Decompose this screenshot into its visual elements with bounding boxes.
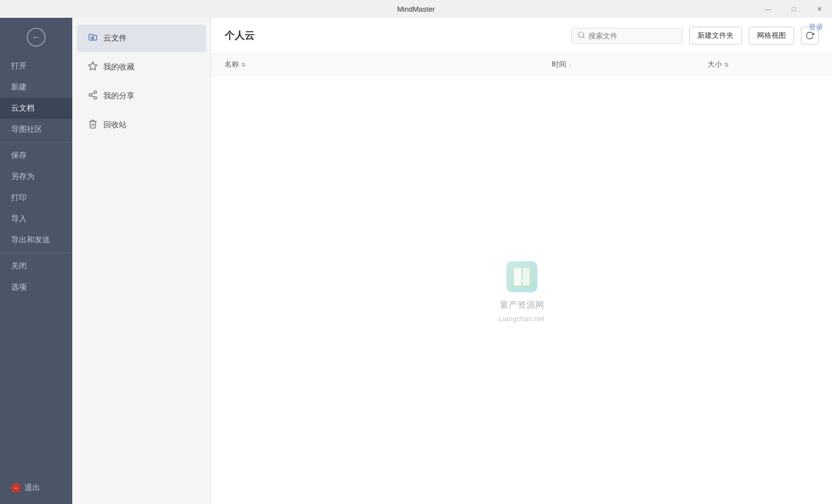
sidebar-item-community[interactable]: 导图社区: [0, 119, 72, 140]
table-header: 名称 ⇅ 时间 ↓ 大小 ⇅: [211, 54, 832, 76]
col-time-header[interactable]: 时间 ↓: [552, 59, 708, 69]
sidebar-item-open[interactable]: 打开: [0, 56, 72, 77]
mid-item-favorites[interactable]: 我的收藏: [77, 53, 206, 81]
sidebar-item-export[interactable]: 导出和发送: [0, 229, 72, 251]
sidebar-divider-2: [0, 253, 72, 253]
main-content: 登录 个人云 新建文件夹 网格视图: [211, 18, 832, 504]
svg-line-5: [91, 96, 94, 97]
svg-point-7: [579, 32, 584, 37]
svg-line-8: [583, 36, 585, 38]
app-title: MindMaster: [397, 5, 435, 13]
watermark: 量产资源网 Liangchan.net: [499, 257, 545, 323]
back-button[interactable]: ←: [0, 23, 72, 51]
mid-item-trash[interactable]: 回收站: [77, 111, 206, 139]
search-box[interactable]: [571, 28, 682, 44]
svg-point-4: [94, 97, 97, 99]
trash-icon: [88, 119, 98, 131]
grid-view-button[interactable]: 网格视图: [749, 27, 794, 44]
maximize-button[interactable]: □: [781, 0, 806, 18]
cloud-folder-icon: [88, 32, 98, 44]
time-sort-icon: ↓: [569, 62, 571, 68]
exit-button[interactable]: − 退出: [0, 477, 72, 504]
app-container: ← 打开 新建 云文档 导图社区 保存 另存为 打印: [0, 18, 832, 504]
name-sort-icon: ⇅: [241, 62, 246, 68]
sidebar-item-save[interactable]: 保存: [0, 145, 72, 166]
watermark-logo: [502, 257, 541, 296]
sidebar-item-import[interactable]: 导入: [0, 208, 72, 229]
exit-icon: −: [11, 483, 21, 493]
sidebar-item-options[interactable]: 选项: [0, 277, 72, 298]
svg-point-3: [89, 94, 92, 97]
sidebar-item-new[interactable]: 新建: [0, 77, 72, 98]
mid-item-share[interactable]: 我的分享: [77, 82, 206, 110]
login-button[interactable]: 登录: [809, 22, 823, 32]
watermark-text: 量产资源网: [500, 300, 544, 311]
svg-rect-12: [522, 268, 529, 286]
size-sort-icon: ⇅: [724, 62, 729, 68]
col-size-header[interactable]: 大小 ⇅: [708, 59, 819, 69]
search-icon: [577, 31, 585, 41]
star-icon: [88, 61, 98, 73]
sidebar-items: 打开 新建 云文档 导图社区 保存 另存为 打印 导入: [0, 51, 72, 298]
header-actions: 新建文件夹 网格视图: [571, 27, 819, 44]
svg-rect-11: [514, 268, 521, 286]
col-name-header[interactable]: 名称 ⇅: [225, 59, 552, 69]
sidebar-divider-1: [0, 142, 72, 143]
svg-marker-1: [89, 62, 97, 70]
sidebar: ← 打开 新建 云文档 导图社区 保存 另存为 打印: [0, 18, 72, 504]
sidebar-item-cloud[interactable]: 云文档: [0, 98, 72, 119]
back-circle-icon: ←: [27, 28, 46, 47]
svg-point-2: [94, 91, 97, 94]
titlebar: MindMaster — □ ✕: [0, 0, 832, 18]
content-header: 个人云 新建文件夹 网格视图: [211, 18, 832, 54]
svg-line-6: [91, 93, 94, 94]
page-title: 个人云: [225, 29, 255, 42]
sidebar-item-close[interactable]: 关闭: [0, 256, 72, 277]
sidebar-item-print[interactable]: 打印: [0, 187, 72, 208]
minimize-button[interactable]: —: [755, 0, 781, 18]
sidebar-item-saveas[interactable]: 另存为: [0, 166, 72, 187]
share-icon: [88, 90, 98, 102]
search-input[interactable]: [589, 32, 676, 40]
window-controls: — □ ✕: [755, 0, 832, 18]
svg-rect-10: [510, 265, 534, 288]
new-folder-button[interactable]: 新建文件夹: [689, 27, 742, 44]
mid-item-cloud-files[interactable]: 云文件: [77, 24, 206, 52]
content-body: 量产资源网 Liangchan.net: [211, 76, 832, 504]
watermark-sub: Liangchan.net: [499, 315, 545, 323]
mid-panel: 云文件 我的收藏 我的分享: [72, 18, 211, 504]
close-button[interactable]: ✕: [806, 0, 832, 18]
